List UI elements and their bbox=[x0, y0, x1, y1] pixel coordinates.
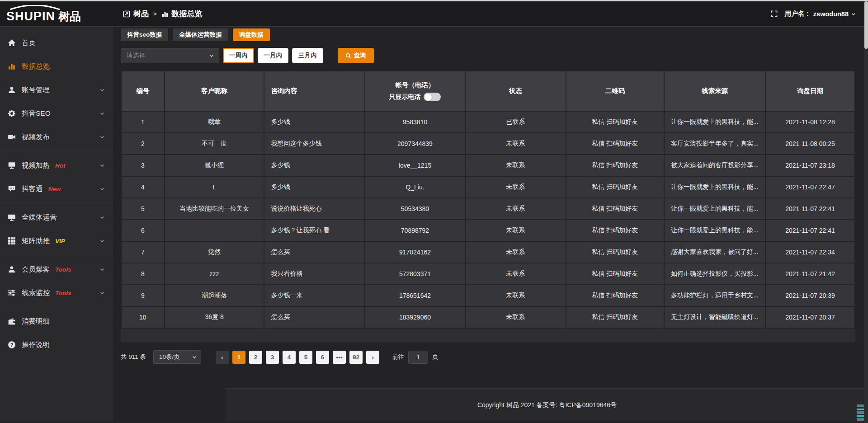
cell-content: 多少钱 bbox=[264, 176, 364, 198]
cell-source[interactable]: 感谢大家喜欢我家，被问了好... bbox=[664, 241, 765, 263]
page-button-1[interactable]: 1 bbox=[232, 351, 245, 364]
footer: Copyright 树品 2021 备案号: 粤ICP备09019646号 bbox=[226, 388, 868, 422]
tab-全媒体运营数据[interactable]: 全媒体运营数据 bbox=[173, 28, 228, 41]
sidebar-item[interactable]: 账号管理 bbox=[0, 78, 113, 102]
page-button-3[interactable]: 3 bbox=[266, 351, 279, 364]
cell-content: 多少钱？让我死心 看 bbox=[264, 220, 364, 241]
cell-qrcode[interactable]: 私信 扫码加好友 bbox=[566, 111, 664, 133]
cell-source[interactable]: 让你一眼就爱上的黑科技，能... bbox=[664, 111, 765, 133]
cell-account: 2097344839 bbox=[365, 133, 465, 155]
cell-content: 多少钱 bbox=[264, 111, 364, 133]
cell-account: 917024162 bbox=[365, 241, 465, 263]
page-button-2[interactable]: 2 bbox=[249, 351, 262, 364]
account-select[interactable]: 请选择 bbox=[121, 48, 219, 63]
cell-source[interactable]: 让你一眼就爱上的黑科技，能... bbox=[664, 198, 765, 220]
period-button-一周内[interactable]: 一周内 bbox=[223, 48, 254, 63]
breadcrumb-root[interactable]: 树品 bbox=[133, 9, 149, 19]
query-button[interactable]: 查询 bbox=[338, 48, 374, 63]
scrollbar-thumb[interactable] bbox=[864, 1, 868, 49]
cell-source[interactable]: 多功能护栏灯，适用于乡村文... bbox=[664, 285, 765, 306]
column-header-date: 询盘日期 bbox=[765, 71, 855, 111]
cell-no: 5 bbox=[121, 198, 165, 220]
table-row: 7觉然怎么买917024162未联系私信 扫码加好友感谢大家喜欢我家，被问了好.… bbox=[121, 241, 855, 263]
user-icon bbox=[8, 86, 16, 94]
inquiry-table-card: 编号客户昵称咨询内容帐号（电话）只显示电话状态二维码线索来源询盘日期 1哦章多少… bbox=[121, 70, 855, 342]
sidebar-item[interactable]: 矩阵助推VIP bbox=[0, 229, 113, 253]
table-row: 8zzz我只看价格572803371未联系私信 扫码加好友如何正确选择投影仪，买… bbox=[121, 263, 855, 285]
breadcrumb: 树品 > 数据总览 bbox=[123, 9, 203, 19]
cell-date: 2021-11-07 22:41 bbox=[765, 220, 855, 241]
sidebar-item-label: 全媒体运营 bbox=[22, 213, 57, 222]
chevron-down-icon bbox=[99, 215, 105, 220]
cell-qrcode[interactable]: 私信 扫码加好友 bbox=[566, 285, 664, 306]
sidebar-item-label: 视频发布 bbox=[22, 132, 50, 142]
sidebar-item[interactable]: 会员爆客Tools bbox=[0, 258, 113, 281]
sidebar-item[interactable]: 数据总览 bbox=[0, 55, 113, 78]
column-header-source: 线索来源 bbox=[664, 71, 765, 111]
tab-抖音seo数据[interactable]: 抖音seo数据 bbox=[121, 28, 168, 41]
logo-text-en: SHUPIN bbox=[6, 10, 55, 23]
page-button-6[interactable]: 6 bbox=[316, 351, 329, 364]
cell-account: Q_Liu. bbox=[365, 176, 465, 198]
cell-qrcode[interactable]: 私信 扫码加好友 bbox=[566, 133, 664, 155]
period-button-一月内[interactable]: 一月内 bbox=[258, 48, 289, 63]
goto-page-input[interactable] bbox=[408, 351, 428, 364]
prev-page-button[interactable]: ‹ bbox=[216, 351, 229, 364]
next-page-button[interactable]: › bbox=[366, 351, 379, 364]
table-row: 4L多少钱Q_Liu.未联系私信 扫码加好友让你一眼就爱上的黑科技，能...20… bbox=[121, 176, 855, 198]
scrollbar[interactable] bbox=[864, 1, 868, 423]
username: zswodun88 bbox=[813, 10, 849, 18]
page-button-4[interactable]: 4 bbox=[283, 351, 296, 364]
cell-qrcode[interactable]: 私信 扫码加好友 bbox=[566, 176, 664, 198]
cell-source[interactable]: 让你一眼就爱上的黑科技，能... bbox=[664, 176, 765, 198]
cell-qrcode[interactable]: 私信 扫码加好友 bbox=[566, 306, 664, 328]
cell-no: 4 bbox=[121, 176, 165, 198]
column-header-content: 咨询内容 bbox=[264, 71, 364, 111]
cell-account: 178651642 bbox=[365, 285, 465, 306]
cell-status: 未联系 bbox=[465, 176, 566, 198]
page-button-92[interactable]: 92 bbox=[349, 351, 363, 364]
sidebar-item[interactable]: 全媒体运营 bbox=[0, 206, 113, 229]
home-icon bbox=[8, 39, 16, 47]
page-ellipsis[interactable]: ••• bbox=[333, 351, 346, 364]
cell-qrcode[interactable]: 私信 扫码加好友 bbox=[566, 198, 664, 220]
sidebar-item[interactable]: 线索监控Tools bbox=[0, 281, 113, 305]
sidebar-item[interactable]: 首页 bbox=[0, 31, 113, 55]
user-label: 用户名： bbox=[785, 9, 811, 18]
table-row: 9潮起潮落多少钱一米178651642未联系私信 扫码加好友多功能护栏灯，适用于… bbox=[121, 285, 855, 306]
sidebar-item[interactable]: 视频发布 bbox=[0, 125, 113, 149]
fullscreen-icon[interactable] bbox=[771, 10, 778, 17]
goto-suffix: 页 bbox=[432, 353, 439, 361]
user-menu[interactable]: 用户名： zswodun88 bbox=[785, 9, 856, 18]
period-buttons: 一周内一月内三月内 bbox=[219, 48, 323, 63]
page-size-select[interactable]: 10条/页 bbox=[153, 350, 201, 364]
badge-tools: Tools bbox=[55, 290, 71, 296]
sidebar-item[interactable]: 抖音SEO bbox=[0, 102, 113, 125]
sidebar-item-label: 视频加热 bbox=[22, 161, 50, 170]
cell-qrcode[interactable]: 私信 扫码加好友 bbox=[566, 220, 664, 241]
cell-source[interactable]: 无主灯设计，智能磁吸轨道灯... bbox=[664, 306, 765, 328]
logo-text-cn: 树品 bbox=[58, 11, 81, 22]
cell-qrcode[interactable]: 私信 扫码加好友 bbox=[566, 155, 664, 176]
cell-nick: L bbox=[165, 176, 264, 198]
tab-询盘数据[interactable]: 询盘数据 bbox=[233, 28, 270, 41]
cell-source[interactable]: 如何正确选择投影仪，买投影... bbox=[664, 263, 765, 285]
cell-qrcode[interactable]: 私信 扫码加好友 bbox=[566, 241, 664, 263]
sidebar-item[interactable]: 消费明细 bbox=[0, 310, 113, 333]
phone-only-toggle[interactable] bbox=[424, 93, 441, 101]
cell-source[interactable]: 让你一眼就爱上的黑科技，能... bbox=[664, 220, 765, 241]
cell-account: love__1215 bbox=[365, 155, 465, 176]
user-icon bbox=[8, 265, 16, 273]
cell-source[interactable]: 被大家追着问的客厅投影分享... bbox=[664, 155, 765, 176]
table-row: 2不可一世我想问这个多少钱2097344839未联系私信 扫码加好友客厅安装投影… bbox=[121, 133, 855, 155]
sidebar-item[interactable]: ?操作说明 bbox=[0, 333, 113, 357]
page-button-5[interactable]: 5 bbox=[299, 351, 312, 364]
floating-widget[interactable] bbox=[857, 404, 864, 421]
cell-source[interactable]: 客厅安装投影半年多了，真实... bbox=[664, 133, 765, 155]
cell-qrcode[interactable]: 私信 扫码加好友 bbox=[566, 263, 664, 285]
bar-chart-icon bbox=[161, 10, 169, 18]
sidebar-item[interactable]: 抖客通New bbox=[0, 177, 113, 201]
period-button-三月内[interactable]: 三月内 bbox=[292, 48, 323, 63]
sidebar-item[interactable]: 视频加热Hot bbox=[0, 154, 113, 177]
table-header-row: 编号客户昵称咨询内容帐号（电话）只显示电话状态二维码线索来源询盘日期 bbox=[121, 71, 855, 111]
